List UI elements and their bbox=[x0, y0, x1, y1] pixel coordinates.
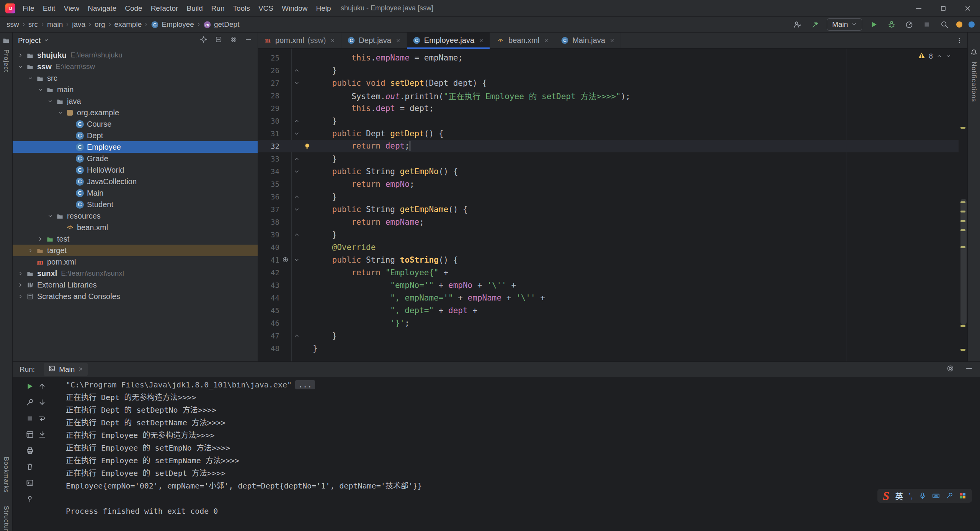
tree-item-resources[interactable]: resources bbox=[13, 210, 258, 222]
chevron-down-icon[interactable] bbox=[46, 98, 55, 104]
build-hammer-icon[interactable] bbox=[809, 19, 821, 30]
menu-window[interactable]: Window bbox=[278, 0, 312, 16]
ime-logo[interactable]: S bbox=[883, 490, 889, 502]
line-number[interactable]: 26 bbox=[258, 66, 279, 75]
clear-console-icon[interactable] bbox=[26, 462, 34, 471]
breadcrumb-item-employee[interactable]: CEmployee bbox=[150, 20, 195, 29]
tree-item-sunxl[interactable]: sunxlE:\learn\sunxl\sunxl bbox=[13, 268, 258, 279]
line-number[interactable]: 25 bbox=[258, 54, 279, 62]
tree-item-student[interactable]: CStudent bbox=[13, 199, 258, 210]
chevron-right-icon[interactable] bbox=[26, 248, 35, 253]
gear-icon[interactable] bbox=[230, 36, 237, 45]
line-number[interactable]: 38 bbox=[258, 218, 279, 226]
chevron-down-icon[interactable] bbox=[26, 75, 35, 81]
fold-end-icon[interactable] bbox=[291, 67, 302, 74]
tree-item-scratches-and-consoles[interactable]: Scratches and Consoles bbox=[13, 291, 258, 302]
line-number[interactable]: 36 bbox=[258, 193, 279, 201]
maximize-button[interactable] bbox=[931, 0, 956, 16]
breadcrumb-item-org[interactable]: org bbox=[93, 20, 106, 29]
fold-end-icon[interactable] bbox=[291, 118, 302, 124]
fold-end-icon[interactable] bbox=[291, 333, 302, 339]
tab-employee-java[interactable]: CEmployee.java bbox=[407, 33, 490, 48]
run-console[interactable]: "C:\Program Files\Java\jdk1.8.0_101\bin\… bbox=[59, 377, 980, 531]
override-marker-icon[interactable] bbox=[279, 257, 291, 263]
profiler-button[interactable] bbox=[903, 19, 915, 30]
tree-item-pom-xml[interactable]: mpom.xml bbox=[13, 256, 258, 268]
line-number[interactable]: 34 bbox=[258, 167, 279, 176]
menu-code[interactable]: Code bbox=[121, 0, 146, 16]
tab-main-java[interactable]: CMain.java bbox=[555, 33, 621, 48]
menu-file[interactable]: File bbox=[18, 0, 39, 16]
intention-bulb-icon[interactable] bbox=[302, 142, 313, 150]
scroll-to-end-icon[interactable] bbox=[38, 430, 46, 439]
close-icon[interactable] bbox=[330, 38, 335, 43]
menu-tools[interactable]: Tools bbox=[229, 0, 254, 16]
search-everywhere-icon[interactable] bbox=[939, 19, 950, 30]
tree-item-javacollection[interactable]: CJavaCollection bbox=[13, 176, 258, 187]
fold-end-icon[interactable] bbox=[291, 232, 302, 238]
close-icon[interactable] bbox=[609, 38, 615, 43]
line-number[interactable]: 44 bbox=[258, 294, 279, 302]
stop-button[interactable] bbox=[921, 19, 933, 30]
line-number[interactable]: 28 bbox=[258, 91, 279, 100]
tab-options-icon[interactable] bbox=[951, 33, 967, 48]
bell-icon[interactable] bbox=[970, 49, 978, 58]
chevron-right-icon[interactable] bbox=[36, 236, 45, 242]
tree-item-helloworld[interactable]: CHelloWorld bbox=[13, 164, 258, 176]
tree-item-employee[interactable]: CEmployee bbox=[13, 141, 258, 153]
line-number[interactable]: 30 bbox=[258, 117, 279, 125]
tree-item-course[interactable]: CCourse bbox=[13, 118, 258, 130]
line-number[interactable]: 39 bbox=[258, 230, 279, 239]
run-button[interactable] bbox=[868, 19, 880, 30]
restore-layout-icon[interactable] bbox=[26, 430, 34, 439]
fold-start-icon[interactable] bbox=[291, 206, 302, 212]
breadcrumb-item-src[interactable]: src bbox=[27, 20, 39, 29]
debug-button[interactable] bbox=[886, 19, 897, 30]
soft-wrap-icon[interactable] bbox=[38, 414, 46, 423]
breadcrumb-item-getdept[interactable]: mgetDept bbox=[202, 20, 241, 29]
line-number[interactable]: 43 bbox=[258, 281, 279, 289]
plugin-notification-icon[interactable] bbox=[969, 21, 975, 28]
stop-process-button[interactable] bbox=[26, 414, 34, 423]
pin-tab-icon[interactable] bbox=[26, 495, 34, 503]
close-icon[interactable] bbox=[78, 365, 83, 374]
line-number[interactable]: 27 bbox=[258, 79, 279, 87]
close-icon[interactable] bbox=[479, 38, 484, 43]
chevron-down-icon[interactable] bbox=[56, 110, 65, 116]
collapse-all-icon[interactable] bbox=[215, 36, 222, 45]
fold-start-icon[interactable] bbox=[291, 131, 302, 137]
fold-start-icon[interactable] bbox=[291, 80, 302, 86]
stripe-structure-label[interactable]: Structure bbox=[2, 506, 10, 531]
ime-item-0[interactable]: 英 bbox=[895, 490, 903, 502]
wrench-icon[interactable] bbox=[946, 492, 953, 500]
fold-end-icon[interactable] bbox=[291, 156, 302, 162]
menu-run[interactable]: Run bbox=[207, 0, 229, 16]
line-number[interactable]: 31 bbox=[258, 129, 279, 138]
fold-end-icon[interactable] bbox=[291, 194, 302, 200]
rerun-button[interactable] bbox=[26, 382, 34, 390]
console-view-icon[interactable] bbox=[26, 479, 34, 487]
console-settings-icon[interactable] bbox=[26, 398, 34, 407]
locate-file-icon[interactable] bbox=[200, 36, 207, 45]
close-icon[interactable] bbox=[395, 38, 401, 43]
line-number[interactable]: 37 bbox=[258, 205, 279, 214]
line-number[interactable]: 40 bbox=[258, 243, 279, 252]
menu-view[interactable]: View bbox=[59, 0, 83, 16]
tree-item-external-libraries[interactable]: External Libraries bbox=[13, 279, 258, 291]
menu-build[interactable]: Build bbox=[182, 0, 207, 16]
menu-edit[interactable]: Edit bbox=[39, 0, 60, 16]
run-config-selector[interactable]: Main bbox=[827, 18, 862, 31]
line-number[interactable]: 32 bbox=[258, 142, 279, 150]
chevron-right-icon[interactable] bbox=[16, 294, 25, 299]
project-tool-icon[interactable] bbox=[2, 36, 10, 46]
line-number[interactable]: 35 bbox=[258, 180, 279, 188]
stripe-bookmarks-label[interactable]: Bookmarks bbox=[2, 457, 10, 493]
hide-panel-icon[interactable] bbox=[245, 36, 252, 45]
fold-start-icon[interactable] bbox=[291, 257, 302, 263]
tree-item-java[interactable]: java bbox=[13, 95, 258, 107]
line-number[interactable]: 29 bbox=[258, 104, 279, 113]
tree-item-ssw[interactable]: sswE:\learn\ssw bbox=[13, 61, 258, 72]
line-number[interactable]: 41 bbox=[258, 256, 279, 264]
menu-vcs[interactable]: VCS bbox=[254, 0, 278, 16]
line-number[interactable]: 46 bbox=[258, 319, 279, 327]
